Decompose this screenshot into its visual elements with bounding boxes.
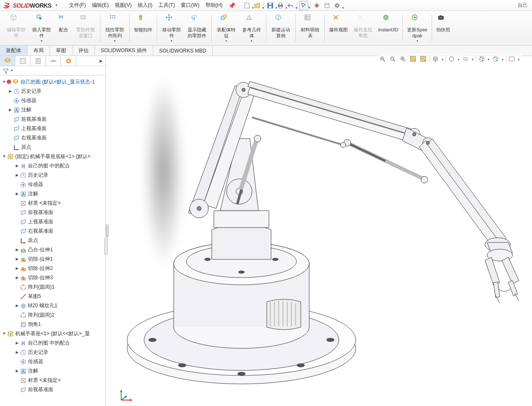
tree-row[interactable]: ▶注解	[0, 189, 105, 198]
appearance-tab[interactable]	[61, 56, 76, 66]
tree-row[interactable]: ▶注解	[0, 105, 105, 114]
tree-filter-bar[interactable]: ▼	[0, 66, 105, 75]
ribbon-mate[interactable]: 配合	[54, 13, 73, 44]
zoom-fit-button[interactable]	[379, 55, 387, 64]
apply-scene-button[interactable]	[492, 55, 500, 64]
tree-row[interactable]: 传感器	[0, 357, 105, 366]
command-tab-1[interactable]: 布局	[28, 46, 50, 56]
ribbon-instant3d[interactable]: Instant3D	[376, 13, 401, 44]
expand-icon[interactable]: ▶	[14, 192, 19, 196]
expand-icon[interactable]: ▶	[14, 350, 19, 354]
menu-item-3[interactable]: 插入(I)	[135, 0, 155, 10]
ribbon-refgeo[interactable]: 参考几何体▼	[239, 13, 264, 44]
command-tab-4[interactable]: SOLIDWORKS 插件	[95, 46, 153, 56]
tree-row[interactable]: ▶M20 螺纹孔1	[0, 301, 105, 310]
command-tab-3[interactable]: 评估	[72, 46, 95, 56]
ribbon-insert[interactable]: 插入零部件▼	[29, 13, 54, 44]
select-button[interactable]: ▼	[299, 1, 308, 10]
menu-item-5[interactable]: 窗口(W)	[178, 0, 202, 10]
tree-row[interactable]: 材质 <未指定>	[0, 198, 105, 208]
command-tab-2[interactable]: 草图	[50, 46, 72, 56]
property-tab[interactable]	[15, 56, 30, 66]
expand-icon[interactable]: ▶	[14, 266, 19, 270]
viewport-split-grip[interactable]	[106, 225, 108, 237]
ribbon-speedpak[interactable]: 更新Speedpak▼	[405, 13, 430, 44]
side-tab-overflow[interactable]: ▶	[76, 56, 105, 66]
new-button[interactable]: ▼	[242, 1, 252, 10]
section-view-button[interactable]	[409, 55, 418, 64]
tree-row[interactable]: 前视基准面	[0, 208, 105, 217]
open-button[interactable]: ▼	[252, 1, 262, 10]
command-tab-0[interactable]: 装配体	[0, 46, 28, 56]
tree-row[interactable]: ▼!自己的图 (默认<默认_显示状态-1	[0, 77, 105, 86]
dyn-section-button[interactable]	[419, 55, 428, 64]
ribbon-explode[interactable]: 爆炸视图	[327, 13, 350, 44]
tree-row[interactable]: 材质 <未指定>	[0, 375, 105, 385]
tree-row[interactable]: 原点	[0, 236, 105, 245]
tree-row[interactable]: ▼(固定) 机械手基座底板<1> (默认<	[0, 152, 105, 161]
settings-button[interactable]: ▼	[332, 1, 342, 10]
tree-row[interactable]: 倒角1	[0, 320, 105, 329]
tree-row[interactable]: ▶切除-拉伸3	[0, 273, 105, 282]
menu-item-2[interactable]: 视图(V)	[112, 0, 134, 10]
graphics-viewport[interactable]	[106, 56, 532, 406]
tree-row[interactable]: ▶注解	[0, 366, 105, 375]
feature-tree[interactable]: ▼!自己的图 (默认<默认_显示状态-1▶历史记录传感器▶注解前视基准面上视基准…	[0, 75, 105, 406]
view-settings-button[interactable]	[508, 55, 516, 64]
tree-row[interactable]: 传感器	[0, 96, 105, 105]
tree-row[interactable]: 右视基准面	[0, 226, 105, 236]
expand-icon[interactable]: ▼	[2, 80, 7, 84]
feature-tree-tab[interactable]	[0, 56, 15, 66]
tree-row[interactable]: ▼机械手基座<1> (默认<<默认>_显	[0, 329, 105, 338]
tree-row[interactable]: 草图5	[0, 292, 105, 301]
sidebar-resize-grip[interactable]	[104, 238, 108, 255]
expand-icon[interactable]: ▶	[14, 164, 19, 168]
expand-icon[interactable]: ▶	[14, 341, 19, 345]
expand-icon[interactable]: ▶	[14, 369, 19, 373]
tree-row[interactable]: 右视基准面	[0, 133, 105, 142]
ribbon-pattern[interactable]: 线性零部件阵列▼	[102, 13, 127, 44]
dim-tab[interactable]	[46, 56, 61, 66]
tree-row[interactable]: ▶凸台-拉伸1	[0, 245, 105, 254]
save-button[interactable]: ▼	[266, 1, 275, 10]
tree-row[interactable]: ▶自己的图 中的配合	[0, 338, 105, 348]
tree-row[interactable]: 阵列(圆周)2	[0, 310, 105, 320]
zoom-prev-button[interactable]	[399, 55, 407, 64]
zoom-area-button[interactable]	[389, 55, 397, 64]
expand-icon[interactable]: ▼	[2, 154, 7, 159]
undo-button[interactable]: ▼	[286, 1, 295, 10]
expand-icon[interactable]: ▶	[8, 89, 13, 93]
expand-icon[interactable]: ▶	[14, 173, 19, 177]
command-tab-5[interactable]: SOLIDWORKS MBD	[153, 46, 213, 56]
print-button[interactable]: ▼	[276, 1, 285, 10]
ribbon-move[interactable]: 移动零部件▼	[159, 13, 184, 44]
ribbon-smartfast[interactable]: 智能扣件	[131, 13, 155, 44]
hide-show-button[interactable]	[462, 55, 470, 64]
ribbon-bom[interactable]: 材料明细表	[297, 13, 323, 44]
ribbon-feature[interactable]: 装配体特征▼	[213, 13, 239, 44]
options-button[interactable]	[322, 1, 332, 10]
tree-row[interactable]: ▶历史记录	[0, 170, 105, 180]
expand-icon[interactable]: ▶	[14, 275, 19, 280]
expand-icon[interactable]: ▶	[14, 247, 19, 252]
orientation-triad[interactable]	[118, 387, 135, 403]
expand-icon[interactable]: ▶	[14, 257, 19, 261]
tree-row[interactable]: ▶切除-拉伸1	[0, 254, 105, 264]
rebuild-button[interactable]	[312, 1, 321, 10]
logo-dropdown-icon[interactable]: ▼	[55, 3, 58, 7]
tree-row[interactable]: ▶切除-拉伸2	[0, 264, 105, 273]
ribbon-motion[interactable]: 新建运动算例	[268, 13, 294, 44]
tree-row[interactable]: ▶历史记录	[0, 348, 105, 357]
tree-row[interactable]: 阵列(圆周)1	[0, 282, 105, 292]
tree-row[interactable]: 上视基准面	[0, 217, 105, 226]
tree-row[interactable]: 前视基准面	[0, 114, 105, 124]
display-style-button[interactable]	[448, 55, 456, 64]
view-orientation-button[interactable]	[432, 55, 440, 64]
tree-row[interactable]: 上视基准面	[0, 124, 105, 133]
edit-appearance-button[interactable]	[478, 55, 486, 64]
tree-row[interactable]: ▶自己的图 中的配合	[0, 161, 105, 170]
menu-item-6[interactable]: 帮助(H)	[203, 0, 225, 10]
menu-item-1[interactable]: 编辑(E)	[89, 0, 111, 10]
menu-item-4[interactable]: 工具(T)	[156, 0, 177, 10]
expand-icon[interactable]: ▼	[2, 331, 7, 336]
